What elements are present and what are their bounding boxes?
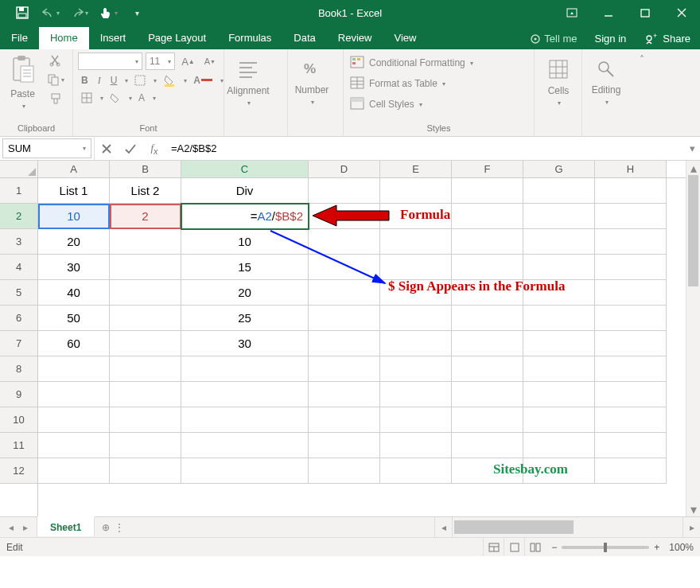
horizontal-scrollbar[interactable]: ◂ ▸ [434, 517, 700, 537]
name-box[interactable]: SUM▾ [2, 138, 91, 158]
copy-button[interactable]: ▾ [44, 72, 68, 88]
page-layout-view-button[interactable] [504, 538, 524, 556]
cell-A1[interactable]: List 1 [38, 178, 110, 204]
alignment-button[interactable]: Alignment▾ [229, 53, 267, 111]
row-header-1[interactable]: 1 [0, 178, 37, 204]
normal-view-button[interactable] [483, 538, 504, 556]
cell-B1[interactable]: List 2 [110, 178, 181, 204]
cell-E2[interactable] [380, 204, 452, 229]
formula-input[interactable]: =A2/$B$2 [166, 137, 684, 160]
cell-styles-button[interactable]: Cell Styles▾ [348, 95, 529, 113]
scroll-left-button[interactable]: ◂ [434, 517, 452, 537]
tab-insert[interactable]: Insert [89, 27, 138, 49]
row-header-12[interactable]: 12 [0, 458, 37, 484]
conditional-formatting-button[interactable]: Conditional Formatting▾ [348, 54, 529, 72]
zoom-out-button[interactable]: − [551, 542, 557, 553]
row-header-9[interactable]: 9 [0, 382, 37, 407]
zoom-slider[interactable] [562, 546, 649, 549]
cell-C1[interactable]: Div [181, 178, 309, 204]
sheet-tab-1[interactable]: Sheet1 [37, 516, 95, 536]
col-header-a[interactable]: A [38, 161, 110, 177]
cell-A5[interactable]: 40 [38, 280, 110, 306]
cell-C3[interactable]: 10 [181, 229, 309, 255]
tab-formulas[interactable]: Formulas [217, 27, 282, 49]
tab-file[interactable]: File [0, 27, 39, 49]
tab-page-layout[interactable]: Page Layout [137, 27, 217, 49]
number-button[interactable]: % Number▾ [293, 53, 331, 111]
row-header-5[interactable]: 5 [0, 280, 37, 306]
row-header-11[interactable]: 11 [0, 433, 37, 458]
insert-function-button[interactable]: fx [142, 137, 166, 160]
minimize-button[interactable] [590, 0, 627, 25]
zoom-level[interactable]: 100% [669, 542, 694, 553]
scroll-right-button[interactable]: ▸ [682, 517, 700, 537]
borders-button[interactable] [78, 91, 95, 105]
fill-color-2[interactable] [107, 91, 124, 105]
horizontal-scroll-thumb[interactable] [454, 520, 574, 534]
undo-button[interactable]: ▾ [38, 0, 64, 25]
fill-color-button[interactable] [160, 72, 179, 88]
save-button[interactable] [10, 0, 35, 25]
font-color-2[interactable]: A [135, 91, 148, 105]
touch-mode-button[interactable]: ▾ [95, 0, 121, 25]
cell-A3[interactable]: 20 [38, 229, 110, 255]
tell-me[interactable]: Tell me [522, 33, 585, 45]
cell-C5[interactable]: 20 [181, 280, 309, 306]
cell-B2[interactable]: 2 [110, 204, 181, 229]
cell-B3[interactable] [110, 229, 181, 255]
font-name-selector[interactable]: ▾ [78, 53, 142, 70]
row-header-4[interactable]: 4 [0, 255, 37, 280]
cell-H2[interactable] [595, 204, 667, 229]
tab-data[interactable]: Data [282, 27, 326, 49]
row-header-6[interactable]: 6 [0, 306, 37, 331]
tab-review[interactable]: Review [327, 27, 383, 49]
cell-F1[interactable] [452, 178, 523, 204]
cell-D2[interactable] [309, 204, 380, 229]
tab-home[interactable]: Home [39, 27, 89, 49]
col-header-e[interactable]: E [380, 161, 452, 177]
increase-font-button[interactable]: A▲ [178, 54, 198, 69]
cell-C2[interactable]: =A2/$B$2 [181, 204, 309, 229]
underline-button[interactable]: U [107, 73, 121, 88]
col-header-c[interactable]: C [181, 161, 309, 177]
cancel-formula-button[interactable] [95, 137, 119, 160]
select-all-button[interactable] [0, 161, 37, 178]
cell-G2[interactable] [523, 204, 595, 229]
close-button[interactable] [663, 0, 700, 25]
format-painter-button[interactable] [44, 91, 68, 107]
redo-button[interactable]: ▾ [67, 0, 92, 25]
cell-D1[interactable] [309, 178, 380, 204]
new-sheet-button[interactable]: ⊕ [95, 517, 117, 537]
cell-D3[interactable] [309, 229, 380, 255]
sheet-nav-next[interactable]: ▸ [19, 522, 32, 533]
maximize-button[interactable] [627, 0, 663, 25]
scroll-down-button[interactable]: ▾ [686, 502, 700, 516]
cell-A2[interactable]: 10 [38, 204, 110, 229]
col-header-f[interactable]: F [452, 161, 523, 177]
row-header-7[interactable]: 7 [0, 331, 37, 356]
tab-splitter[interactable]: ⋮ [117, 517, 122, 537]
bold-button[interactable]: B [78, 73, 91, 88]
expand-formula-bar[interactable]: ▾ [684, 142, 700, 154]
font-color-button[interactable]: A [190, 73, 216, 88]
tab-view[interactable]: View [383, 27, 427, 49]
row-header-8[interactable]: 8 [0, 356, 37, 382]
format-as-table-button[interactable]: Format as Table▾ [348, 75, 529, 92]
cut-button[interactable] [44, 53, 68, 68]
collapse-ribbon[interactable]: ˄ [633, 49, 651, 136]
cell-C7[interactable]: 30 [181, 331, 309, 356]
qat-customize[interactable]: ▾ [124, 0, 150, 25]
row-header-3[interactable]: 3 [0, 229, 37, 255]
vertical-scrollbar[interactable]: ▴ ▾ [686, 161, 700, 516]
paste-button[interactable]: Paste▾ [5, 53, 41, 111]
row-header-10[interactable]: 10 [0, 407, 37, 433]
cell-C4[interactable]: 15 [181, 255, 309, 280]
editing-button[interactable]: Editing▾ [587, 53, 625, 111]
page-break-view-button[interactable] [524, 538, 545, 556]
cell-A4[interactable]: 30 [38, 255, 110, 280]
border-button[interactable] [131, 73, 149, 88]
cell-G1[interactable] [523, 178, 595, 204]
col-header-h[interactable]: H [595, 161, 667, 177]
font-size-selector[interactable]: 11▾ [146, 53, 175, 70]
col-header-g[interactable]: G [523, 161, 595, 177]
